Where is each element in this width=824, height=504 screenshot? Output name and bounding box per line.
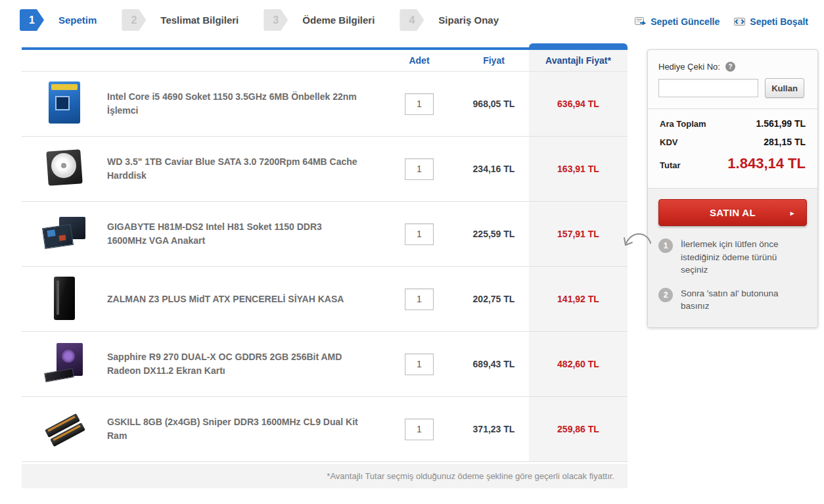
checkout-step[interactable]: 2 Teslimat Bilgileri (122, 9, 239, 31)
product-price: 689,43 TL (459, 359, 529, 369)
checkout-step[interactable]: 4 Sipariş Onay (400, 9, 499, 31)
order-summary-panel: Hediye Çeki No: Kullan Ara Toplam 1.561,… (647, 49, 818, 328)
total-label: Tutar (660, 160, 681, 170)
cart-row: GSKILL 8GB (2x4GB) Sniper DDR3 1600MHz C… (22, 397, 628, 462)
step-number-badge: 4 (400, 9, 424, 31)
total-label: KDV (660, 137, 677, 147)
instruction-text: Sonra 'satın al' butonuna basınız (681, 287, 800, 313)
product-name[interactable]: Intel Core i5 4690 Soket 1150 3.5GHz 6MB… (107, 90, 380, 118)
totals-section: Ara Toplam 1.561,99 TL KDV 281,15 TL Tut… (658, 109, 807, 184)
quantity-cell (380, 158, 459, 180)
step-number-badge: 1 (20, 9, 44, 31)
product-name[interactable]: WD 3.5" 1TB Caviar Blue SATA 3.0 7200Rpm… (107, 155, 380, 183)
product-name[interactable]: Sapphire R9 270 DUAL-X OC GDDR5 2GB 256B… (107, 350, 380, 378)
quantity-input[interactable] (405, 288, 434, 310)
instruction-item: 1 İlerlemek için lütfen önce istediğiniz… (658, 238, 807, 277)
quantity-input[interactable] (405, 354, 434, 375)
cart-row: WD 3.5" 1TB Caviar Blue SATA 3.0 7200Rpm… (22, 137, 628, 202)
quantity-input[interactable] (405, 419, 434, 440)
cart-page: 1 Sepetim 2 Teslimat Bilgileri 3 Ödeme B… (0, 0, 824, 504)
checkout-step[interactable]: 1 Sepetim (20, 9, 97, 31)
product-price: 234,16 TL (459, 164, 529, 174)
product-price: 968,05 TL (459, 99, 529, 109)
step-label: Teslimat Bilgileri (160, 14, 239, 26)
product-thumbnail[interactable] (39, 404, 89, 454)
product-adv-price: 163,91 TL (529, 137, 628, 201)
product-image-cell (22, 79, 107, 129)
cart-row: GIGABYTE H81M-DS2 Intel H81 Soket 1150 D… (22, 202, 628, 267)
total-row: Ara Toplam 1.561,99 TL (660, 118, 806, 129)
total-label: Ara Toplam (660, 119, 706, 129)
quantity-cell (380, 223, 459, 245)
update-cart-label: Sepeti Güncelle (651, 16, 720, 27)
checkout-section: SATIN AL 1 İlerlemek için lütfen önce is… (648, 188, 817, 327)
gift-voucher-row: Hediye Çeki No: (658, 62, 807, 72)
use-voucher-button[interactable]: Kullan (765, 78, 804, 98)
cart-row: Sapphire R9 270 DUAL-X OC GDDR5 2GB 256B… (22, 332, 628, 397)
step-number-badge: 2 (122, 9, 146, 31)
gift-voucher-input[interactable] (658, 79, 758, 97)
product-price: 202,75 TL (459, 294, 529, 304)
help-icon[interactable] (725, 62, 735, 72)
product-price: 371,23 TL (459, 424, 529, 434)
cart-row: Intel Core i5 4690 Soket 1150 3.5GHz 6MB… (22, 72, 628, 137)
product-thumbnail[interactable] (39, 339, 89, 389)
product-image-cell (22, 274, 107, 324)
product-image-cell (22, 144, 107, 194)
total-value: 281,15 TL (764, 137, 806, 147)
product-image-cell (22, 209, 107, 259)
buy-button[interactable]: SATIN AL (658, 199, 807, 226)
total-value: 1.843,14 TL (727, 155, 806, 172)
checkout-steps: 1 Sepetim 2 Teslimat Bilgileri 3 Ödeme B… (20, 9, 524, 31)
step-label: Ödeme Bilgileri (302, 14, 375, 26)
update-cart-icon (635, 17, 646, 26)
column-header-adv-price: Avantajlı Fiyat* (529, 50, 628, 71)
advantage-footnote: *Avantajlı Tutar seçmiş olduğunuz ödeme … (22, 464, 628, 488)
gift-voucher-form: Kullan (658, 78, 807, 98)
instruction-number-badge: 1 (658, 239, 673, 253)
product-adv-price: 157,91 TL (529, 202, 628, 266)
product-price: 225,59 TL (459, 229, 529, 239)
empty-cart-label: Sepeti Boşalt (750, 16, 808, 27)
advantage-column-cap (529, 43, 628, 50)
instruction-item: 2 Sonra 'satın al' butonuna basınız (658, 287, 807, 313)
step-label: Sipariş Onay (438, 14, 499, 26)
product-adv-price: 259,86 TL (529, 397, 628, 461)
product-adv-price: 636,94 TL (529, 72, 628, 136)
cart-actions: Sepeti Güncelle Sepeti Boşalt (635, 16, 808, 27)
doodle-arrow (616, 227, 654, 265)
quantity-cell (380, 354, 459, 375)
product-name[interactable]: GSKILL 8GB (2x4GB) Sniper DDR3 1600MHz C… (107, 415, 380, 443)
step-label: Sepetim (58, 14, 97, 26)
total-row: KDV 281,15 TL (660, 137, 806, 147)
instruction-number-badge: 2 (658, 288, 673, 302)
step-number-badge: 3 (263, 9, 288, 31)
product-thumbnail[interactable] (39, 209, 89, 259)
product-adv-price: 482,60 TL (529, 332, 628, 396)
quantity-input[interactable] (405, 93, 434, 115)
column-header-qty: Adet (380, 55, 459, 66)
instruction-text: İlerlemek için lütfen önce istediğiniz ö… (681, 238, 800, 277)
empty-cart-link[interactable]: Sepeti Boşalt (734, 16, 808, 27)
quantity-input[interactable] (405, 158, 434, 180)
product-name[interactable]: GIGABYTE H81M-DS2 Intel H81 Soket 1150 D… (107, 220, 380, 248)
cart-rows: Intel Core i5 4690 Soket 1150 3.5GHz 6MB… (22, 72, 628, 462)
quantity-cell (380, 419, 459, 440)
checkout-step[interactable]: 3 Ödeme Bilgileri (263, 9, 375, 31)
product-thumbnail[interactable] (39, 274, 89, 324)
product-thumbnail[interactable] (39, 79, 89, 129)
total-row: Tutar 1.843,14 TL (660, 155, 806, 172)
empty-cart-icon (734, 17, 745, 26)
total-value: 1.561,99 TL (756, 118, 806, 129)
checkout-instructions: 1 İlerlemek için lütfen önce istediğiniz… (658, 238, 807, 313)
product-thumbnail[interactable] (39, 144, 89, 194)
gift-voucher-label: Hediye Çeki No: (658, 62, 720, 72)
product-image-cell (22, 339, 107, 389)
quantity-input[interactable] (405, 223, 434, 245)
product-name[interactable]: ZALMAN Z3 PLUS MidT ATX PENCERELİ SİYAH … (107, 292, 380, 306)
column-header-price: Fiyat (459, 55, 529, 66)
update-cart-link[interactable]: Sepeti Güncelle (635, 16, 720, 27)
cart-table: Adet Fiyat Avantajlı Fiyat* Intel Core i… (22, 47, 628, 488)
quantity-cell (380, 288, 459, 310)
product-adv-price: 141,92 TL (529, 267, 628, 331)
